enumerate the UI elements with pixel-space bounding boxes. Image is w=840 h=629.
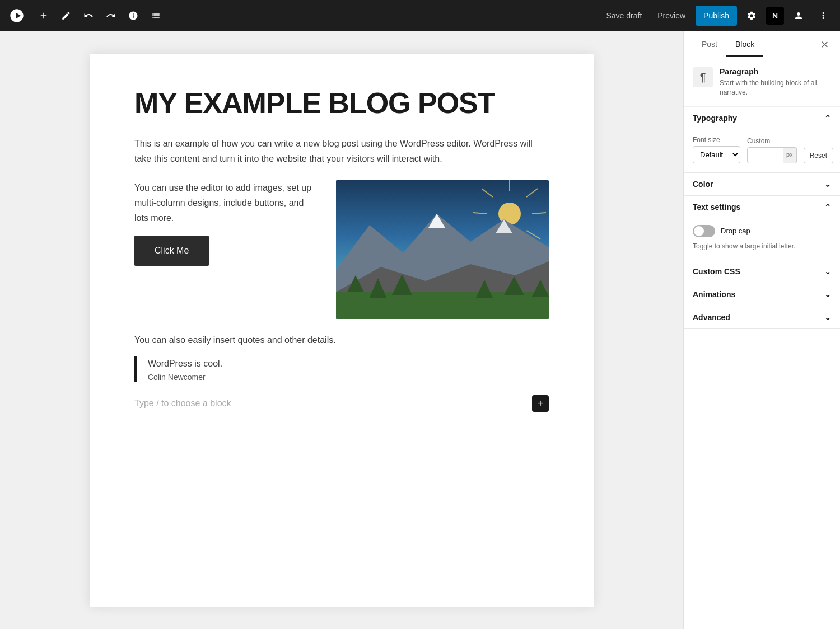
color-label: Color (693, 180, 713, 189)
notion-button[interactable]: N (766, 7, 784, 25)
block-info-text: Paragraph Start with the building block … (720, 67, 831, 97)
editor-area[interactable]: MY EXAMPLE BLOG POST This is an example … (0, 31, 683, 629)
drop-cap-hint: Toggle to show a large initial letter. (693, 242, 831, 251)
sidebar-close-button[interactable]: ✕ (818, 36, 831, 53)
color-section-header[interactable]: Color ⌄ (684, 173, 840, 195)
sidebar-tabs-group: Post Block (693, 33, 763, 56)
settings-button[interactable] (741, 6, 762, 26)
main-layout: MY EXAMPLE BLOG POST This is an example … (0, 31, 840, 629)
custom-css-section: Custom CSS ⌄ (684, 260, 840, 283)
sidebar: Post Block ✕ ¶ Paragraph Start with the … (683, 31, 840, 629)
animations-chevron: ⌄ (824, 290, 831, 299)
animations-section: Animations ⌄ (684, 283, 840, 306)
list-view-button[interactable] (146, 6, 166, 26)
font-size-unit: px (783, 147, 797, 163)
type-placeholder-row: Type / to choose a block + (134, 395, 549, 412)
preview-button[interactable]: Preview (652, 8, 691, 24)
paragraph-1[interactable]: This is an example of how you can write … (134, 136, 549, 166)
drop-cap-row: Drop cap (693, 225, 831, 237)
blockquote-cite: Colin Newcomer (148, 373, 549, 382)
block-icon: ¶ (693, 67, 713, 87)
typography-section-header[interactable]: Typography ⌃ (684, 107, 840, 129)
tab-block[interactable]: Block (726, 33, 763, 57)
blockquote[interactable]: WordPress is cool. Colin Newcomer (134, 356, 549, 382)
tab-post[interactable]: Post (693, 33, 726, 57)
quote-section: You can also easily insert quotes and ot… (134, 332, 549, 382)
text-settings-chevron: ⌃ (824, 203, 831, 212)
more-options-button[interactable] (813, 6, 833, 26)
advanced-header[interactable]: Advanced ⌄ (684, 306, 840, 328)
text-settings-label: Text settings (693, 203, 740, 212)
undo-button[interactable] (78, 6, 99, 26)
blockquote-text: WordPress is cool. (148, 356, 549, 371)
mountain-image (336, 180, 549, 319)
typography-chevron-up: ⌃ (824, 114, 831, 123)
font-size-select[interactable]: Default Small Medium Large X-Large (693, 146, 740, 163)
wp-logo (7, 6, 27, 26)
two-col-block: You can use the editor to add images, se… (134, 180, 549, 319)
text-settings-section: Text settings ⌃ Drop cap Toggle to show … (684, 196, 840, 261)
custom-label: Custom (747, 137, 797, 145)
typography-label: Typography (693, 114, 737, 123)
text-settings-header[interactable]: Text settings ⌃ (684, 196, 840, 218)
typography-section-body: Font size Default Small Medium Large X-L… (684, 129, 840, 172)
sidebar-tabs: Post Block ✕ (684, 31, 840, 58)
click-me-button[interactable]: Click Me (134, 236, 209, 266)
advanced-section: Advanced ⌄ (684, 306, 840, 329)
advanced-label: Advanced (693, 313, 730, 322)
reset-button[interactable]: Reset (804, 148, 833, 163)
editor-content: MY EXAMPLE BLOG POST This is an example … (90, 54, 594, 607)
type-placeholder-text[interactable]: Type / to choose a block (134, 398, 231, 409)
block-description: Start with the building block of all nar… (720, 78, 831, 97)
add-block-inline-button[interactable]: + (532, 395, 549, 412)
custom-css-chevron: ⌄ (824, 267, 831, 276)
color-section: Color ⌄ (684, 173, 840, 196)
font-size-label: Font size (693, 136, 740, 144)
toolbar-right: Save draft Preview Publish N (600, 6, 833, 26)
animations-label: Animations (693, 290, 735, 299)
animations-header[interactable]: Animations ⌄ (684, 283, 840, 306)
quote-intro[interactable]: You can also easily insert quotes and ot… (134, 332, 549, 348)
font-size-input[interactable] (747, 147, 786, 163)
typography-section: Typography ⌃ Font size Default Small Med… (684, 107, 840, 173)
info-button[interactable] (123, 6, 143, 26)
toolbar: Save draft Preview Publish N (0, 0, 840, 31)
paragraph-2[interactable]: You can use the editor to add images, se… (134, 180, 319, 226)
save-draft-button[interactable]: Save draft (600, 8, 647, 24)
block-name: Paragraph (720, 67, 831, 76)
svg-rect-12 (336, 292, 549, 319)
custom-css-label: Custom CSS (693, 267, 740, 276)
advanced-chevron: ⌄ (824, 313, 831, 322)
toggle-knob (694, 226, 704, 236)
custom-css-header[interactable]: Custom CSS ⌄ (684, 260, 840, 283)
user-button[interactable] (788, 6, 809, 26)
font-size-custom: px (747, 147, 797, 163)
publish-button[interactable]: Publish (696, 6, 737, 26)
redo-button[interactable] (101, 6, 121, 26)
drop-cap-label: Drop cap (721, 227, 750, 235)
toolbar-left (34, 6, 166, 26)
block-info: ¶ Paragraph Start with the building bloc… (684, 58, 840, 107)
tools-button[interactable] (56, 6, 76, 26)
drop-cap-toggle[interactable] (693, 225, 715, 237)
two-col-text: You can use the editor to add images, se… (134, 180, 319, 289)
text-settings-body: Drop cap Toggle to show a large initial … (684, 218, 840, 260)
color-chevron: ⌄ (824, 180, 831, 189)
add-block-toolbar-button[interactable] (34, 6, 54, 26)
post-title[interactable]: MY EXAMPLE BLOG POST (134, 87, 549, 119)
